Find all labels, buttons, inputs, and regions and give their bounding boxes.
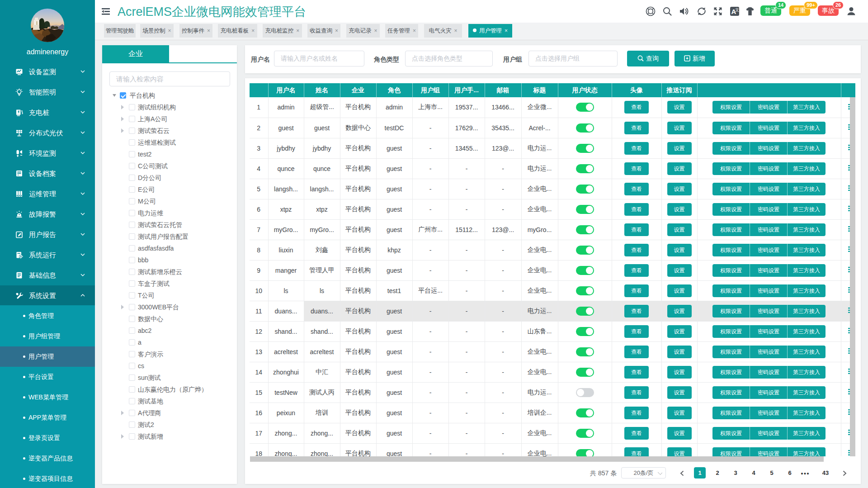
svg-text:文: 文 [735, 8, 739, 12]
